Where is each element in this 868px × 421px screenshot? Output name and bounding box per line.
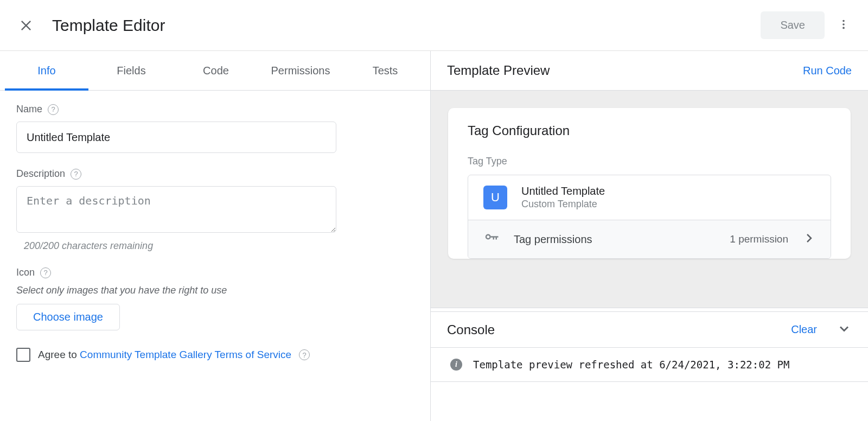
tab-info[interactable]: Info <box>4 51 89 90</box>
chevron-down-icon[interactable] <box>837 321 852 339</box>
clear-button[interactable]: Clear <box>791 323 817 336</box>
permissions-count: 1 permission <box>730 233 788 245</box>
tos-link[interactable]: Community Template Gallery Terms of Serv… <box>80 349 291 360</box>
tab-fields[interactable]: Fields <box>89 51 174 90</box>
console-message: Template preview refreshed at 6/24/2021,… <box>473 359 789 371</box>
svg-point-1 <box>843 23 845 25</box>
description-label: Description <box>16 168 65 180</box>
run-code-button[interactable]: Run Code <box>803 65 852 77</box>
description-input[interactable] <box>16 186 336 233</box>
console-row: i Template preview refreshed at 6/24/202… <box>431 348 868 382</box>
choose-image-button[interactable]: Choose image <box>16 304 120 330</box>
more-icon[interactable] <box>832 13 855 38</box>
svg-point-0 <box>843 20 845 22</box>
icon-label: Icon <box>16 267 35 278</box>
tag-type-row[interactable]: U Untitled Template Custom Template <box>468 175 831 220</box>
help-icon[interactable]: ? <box>299 349 310 360</box>
page-title: Template Editor <box>52 16 165 35</box>
agree-checkbox[interactable] <box>16 348 30 362</box>
console-title: Console <box>447 322 495 337</box>
tag-permissions-row[interactable]: Tag permissions 1 permission <box>468 220 831 258</box>
help-icon[interactable]: ? <box>48 104 59 115</box>
char-remaining: 200/200 characters remaining <box>24 240 414 252</box>
name-label: Name <box>16 104 42 115</box>
close-icon[interactable] <box>18 18 34 33</box>
permissions-label: Tag permissions <box>514 233 592 246</box>
save-button[interactable]: Save <box>761 11 825 39</box>
right-pane: Template Preview Run Code Tag Configurat… <box>431 51 868 421</box>
preview-title: Template Preview <box>447 63 550 78</box>
svg-point-2 <box>843 27 845 29</box>
chevron-right-icon <box>802 232 815 247</box>
tag-type-label: Tag Type <box>468 156 831 167</box>
icon-hint: Select only images that you have the rig… <box>16 285 414 296</box>
name-input[interactable] <box>16 122 336 153</box>
help-icon[interactable]: ? <box>71 169 81 180</box>
tag-badge: U <box>483 186 507 209</box>
tab-tests[interactable]: Tests <box>343 51 427 90</box>
tabs: Info Fields Code Permissions Tests <box>0 51 430 91</box>
info-icon: i <box>450 359 462 371</box>
tag-config-card: Tag Configuration Tag Type U Untitled Te… <box>448 108 851 259</box>
header: Template Editor Save <box>0 0 868 51</box>
tag-subtitle: Custom Template <box>521 199 605 210</box>
tag-name: Untitled Template <box>521 185 605 197</box>
tab-permissions[interactable]: Permissions <box>258 51 343 90</box>
tag-config-title: Tag Configuration <box>468 123 831 138</box>
key-icon <box>483 230 500 248</box>
help-icon[interactable]: ? <box>40 267 51 278</box>
left-pane: Info Fields Code Permissions Tests Name … <box>0 51 431 421</box>
tab-code[interactable]: Code <box>174 51 258 90</box>
agree-text: Agree to Community Template Gallery Term… <box>38 349 291 361</box>
